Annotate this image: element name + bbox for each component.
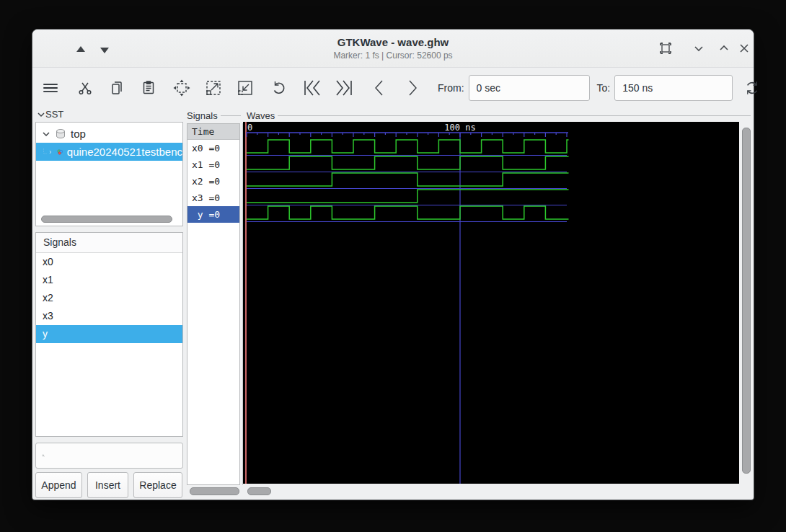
zoom-fit-icon[interactable] bbox=[172, 79, 191, 97]
window-title: GTKWave - wave.ghw bbox=[32, 36, 754, 48]
scope-icon bbox=[55, 128, 66, 140]
wave-trace-x2 bbox=[247, 173, 569, 186]
expander-right-icon[interactable] bbox=[48, 148, 53, 156]
list-item-y[interactable]: y bbox=[36, 325, 182, 343]
list-item-x0[interactable]: x0 bbox=[36, 253, 182, 271]
previous-edge-icon[interactable] bbox=[370, 79, 389, 97]
wave-signal-row[interactable]: x3 =0 bbox=[187, 190, 239, 206]
list-item-x3[interactable]: x3 bbox=[36, 307, 182, 325]
time-column-header[interactable]: Time bbox=[187, 124, 239, 140]
gtkwave-window: GTKWave - wave.ghw Marker: 1 fs | Cursor… bbox=[32, 29, 754, 500]
reload-icon[interactable] bbox=[743, 79, 761, 97]
next-edge-icon[interactable] bbox=[403, 79, 422, 97]
titlebar[interactable]: GTKWave - wave.ghw Marker: 1 fs | Cursor… bbox=[32, 30, 754, 68]
waveform-canvas: 0100 ns bbox=[243, 122, 739, 484]
keep-above-icon[interactable] bbox=[658, 41, 673, 56]
window-subtitle: Marker: 1 fs | Cursor: 52600 ps bbox=[32, 50, 754, 61]
tree-item-label: quine20240521testbenc bbox=[67, 146, 182, 158]
minimize-icon[interactable] bbox=[692, 41, 706, 56]
list-item-x1[interactable]: x1 bbox=[36, 271, 182, 289]
to-label: To: bbox=[597, 82, 611, 94]
skip-to-start-icon[interactable] bbox=[302, 79, 324, 97]
wave-trace-y bbox=[247, 206, 569, 219]
timeline-label: 0 bbox=[247, 123, 252, 133]
tree-elbow bbox=[43, 145, 48, 159]
sst-tree: top quine20240521testbenc bbox=[35, 122, 183, 226]
menu-icon[interactable] bbox=[41, 79, 60, 97]
wave-hscrollbar[interactable] bbox=[247, 487, 271, 495]
tree-item-testbench[interactable]: quine20240521testbenc bbox=[36, 143, 182, 161]
skip-to-end-icon[interactable] bbox=[332, 79, 354, 97]
chevron-down-icon bbox=[37, 110, 45, 119]
list-item-x2[interactable]: x2 bbox=[36, 289, 182, 307]
close-icon[interactable] bbox=[737, 41, 751, 56]
signals-browser-header[interactable]: Signals bbox=[36, 233, 182, 253]
insert-button[interactable]: Insert bbox=[87, 472, 128, 498]
search-icon bbox=[42, 449, 45, 462]
copy-icon[interactable] bbox=[107, 79, 126, 97]
wave-signal-row[interactable]: y =0 bbox=[187, 206, 239, 223]
wave-signal-row[interactable]: x0 =0 bbox=[187, 140, 239, 156]
waves-frame-label: Waves bbox=[247, 110, 751, 121]
insert-button-label: Insert bbox=[95, 479, 120, 491]
wave-trace-x1 bbox=[247, 156, 569, 169]
tree-item-top[interactable]: top bbox=[36, 125, 182, 143]
to-input[interactable] bbox=[614, 75, 733, 101]
main-content: SST top bbox=[32, 109, 755, 501]
expander-down-icon[interactable] bbox=[42, 130, 50, 138]
maximize-icon[interactable] bbox=[717, 41, 731, 56]
wave-vscrollbar[interactable] bbox=[742, 128, 751, 474]
cut-icon[interactable] bbox=[76, 79, 94, 97]
module-icon bbox=[57, 146, 63, 158]
sst-header[interactable]: SST bbox=[37, 109, 181, 120]
tree-item-label: top bbox=[71, 128, 86, 140]
sst-header-label: SST bbox=[45, 109, 63, 120]
zoom-in-icon[interactable] bbox=[204, 79, 223, 97]
toolbar: From: To: bbox=[32, 67, 754, 109]
signal-names-panel: Time x0 =0x1 =0x2 =0x3 =0 y =0 bbox=[187, 123, 240, 485]
append-button[interactable]: Append bbox=[35, 472, 82, 498]
from-label: From: bbox=[438, 82, 464, 94]
signals-frame-label: Signals bbox=[187, 110, 241, 121]
wave-trace-x0 bbox=[247, 140, 569, 153]
signal-search[interactable] bbox=[35, 443, 183, 469]
undo-icon[interactable] bbox=[269, 79, 288, 97]
signals-browser: Signals x0x1x2x3y bbox=[35, 232, 183, 437]
wave-signal-row[interactable]: x2 =0 bbox=[187, 173, 239, 190]
signal-name-rows: x0 =0x1 =0x2 =0x3 =0 y =0 bbox=[187, 140, 239, 223]
signals-browser-list: x0x1x2x3y bbox=[36, 253, 182, 343]
sst-hscrollbar[interactable] bbox=[41, 216, 172, 223]
timeline-label: 100 ns bbox=[444, 123, 475, 133]
from-input[interactable] bbox=[469, 75, 590, 101]
signal-names-hscrollbar[interactable] bbox=[190, 487, 239, 495]
signals-frame-label-text: Signals bbox=[187, 110, 218, 121]
wave-display[interactable]: 0100 ns bbox=[243, 122, 739, 484]
search-input[interactable] bbox=[49, 449, 182, 462]
replace-button[interactable]: Replace bbox=[133, 472, 182, 498]
wave-signal-row[interactable]: x1 =0 bbox=[187, 156, 239, 173]
zoom-out-icon[interactable] bbox=[236, 79, 255, 97]
wave-trace-x3 bbox=[247, 190, 569, 203]
waves-frame-label-text: Waves bbox=[247, 110, 275, 121]
paste-icon[interactable] bbox=[139, 79, 158, 97]
append-button-label: Append bbox=[41, 479, 76, 491]
replace-button-label: Replace bbox=[139, 479, 176, 491]
